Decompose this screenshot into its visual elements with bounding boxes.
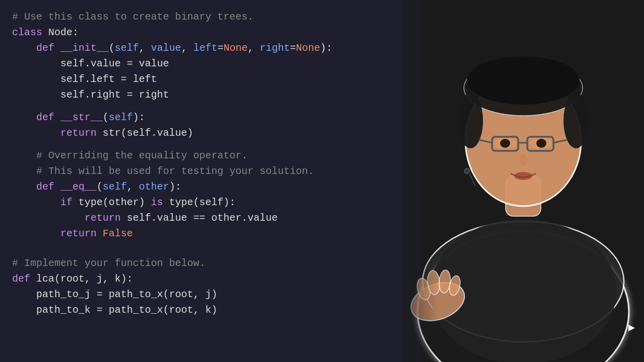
- code-line: # Implement your function below.: [12, 255, 406, 271]
- code-token: ):: [133, 112, 145, 123]
- code-line: def lca(root, j, k):: [12, 271, 406, 287]
- code-token: =: [217, 42, 223, 54]
- code-line: path_to_k = path_to_x(root, k): [12, 302, 406, 318]
- code-line: [12, 241, 406, 248]
- code-token: None: [223, 42, 248, 54]
- code-block: # Use this class to create binary trees.…: [12, 9, 406, 318]
- code-token: [12, 228, 60, 239]
- svg-point-20: [464, 168, 469, 173]
- code-line: def __init__(self, value, left=None, rig…: [12, 40, 406, 56]
- code-token: Node:: [42, 27, 78, 38]
- code-line: # Use this class to create binary trees.: [12, 9, 406, 25]
- code-comment: # Implement your function below.: [12, 257, 205, 269]
- code-token: [12, 112, 36, 123]
- code-token: [54, 112, 60, 123]
- code-token: is: [151, 197, 163, 208]
- code-line: class Node:: [12, 25, 406, 40]
- code-line: # This will be used for testing your sol…: [12, 163, 406, 179]
- code-line: [12, 141, 406, 148]
- code-token: (: [97, 181, 103, 193]
- code-line: path_to_j = path_to_x(root, j): [12, 287, 406, 302]
- code-token: def: [36, 42, 54, 54]
- code-token: [54, 42, 60, 54]
- code-comment: # Overriding the equality operator.: [12, 150, 248, 161]
- code-token: False: [103, 228, 133, 239]
- code-line: self.right = right: [12, 87, 406, 103]
- code-line: def __str__(self):: [12, 110, 406, 125]
- code-token: [12, 127, 60, 139]
- code-token: type(self):: [163, 197, 235, 208]
- code-token: self.right = right: [12, 89, 169, 101]
- code-comment: # This will be used for testing your sol…: [12, 165, 314, 177]
- code-token: self: [109, 112, 133, 123]
- mouse-cursor: ▶: [628, 321, 635, 334]
- code-token: [54, 181, 60, 193]
- svg-point-17: [536, 139, 546, 148]
- code-token: path_to_k = path_to_x(root, k): [12, 304, 217, 316]
- svg-point-19: [514, 172, 532, 180]
- code-token: self: [103, 181, 127, 193]
- code-token: =: [290, 42, 296, 54]
- code-line: [12, 103, 406, 110]
- code-line: return False: [12, 226, 406, 241]
- person-panel: [403, 0, 644, 362]
- code-token: str(self.value): [97, 127, 193, 139]
- person-svg: [403, 0, 644, 362]
- code-token: if: [60, 197, 72, 208]
- code-line: [12, 248, 406, 255]
- code-line: if type(other) is type(self):: [12, 195, 406, 210]
- code-token: ):: [169, 181, 181, 193]
- code-token: other: [139, 181, 169, 193]
- code-token: (: [109, 42, 115, 54]
- code-token: [12, 197, 60, 208]
- code-token: class: [12, 27, 42, 38]
- code-token: [97, 228, 103, 239]
- code-line: # Overriding the equality operator.: [12, 148, 406, 163]
- code-token: def: [12, 273, 30, 285]
- code-token: ,: [127, 181, 139, 193]
- code-token: return: [60, 127, 97, 139]
- code-token: [12, 181, 36, 193]
- svg-point-6: [467, 56, 580, 105]
- code-token: __str__: [60, 112, 103, 123]
- code-token: return: [85, 212, 121, 224]
- code-token: type(other): [72, 197, 151, 208]
- code-token: __init__: [60, 42, 109, 54]
- code-token: self: [115, 42, 139, 54]
- code-line: return self.value == other.value: [12, 210, 406, 226]
- code-line: def __eq__(self, other):: [12, 179, 406, 195]
- code-line: self.value = value: [12, 56, 406, 71]
- code-token: None: [296, 42, 320, 54]
- code-line: self.left = left: [12, 71, 406, 87]
- code-token: right: [260, 42, 290, 54]
- code-token: ,: [248, 42, 260, 54]
- code-token: ):: [320, 42, 332, 54]
- code-token: ,: [139, 42, 151, 54]
- code-token: [12, 212, 85, 224]
- code-comment: # Use this class to create binary trees.: [12, 11, 254, 23]
- code-token: self.value = value: [12, 58, 169, 69]
- code-token: lca(root, j, k):: [30, 273, 133, 285]
- code-token: __eq__: [60, 181, 97, 193]
- code-token: def: [36, 112, 54, 123]
- code-token: return: [60, 228, 97, 239]
- code-token: (: [103, 112, 109, 123]
- code-token: ,: [181, 42, 193, 54]
- svg-point-18: [519, 154, 527, 166]
- code-token: path_to_j = path_to_x(root, j): [12, 289, 217, 300]
- code-token: left: [193, 42, 217, 54]
- code-token: self.value == other.value: [121, 212, 278, 224]
- code-panel: # Use this class to create binary trees.…: [0, 0, 418, 362]
- code-line: return str(self.value): [12, 125, 406, 141]
- code-token: def: [36, 181, 54, 193]
- code-token: self.left = left: [12, 73, 157, 85]
- code-token: value: [151, 42, 181, 54]
- code-token: [12, 42, 36, 54]
- svg-point-16: [500, 139, 510, 148]
